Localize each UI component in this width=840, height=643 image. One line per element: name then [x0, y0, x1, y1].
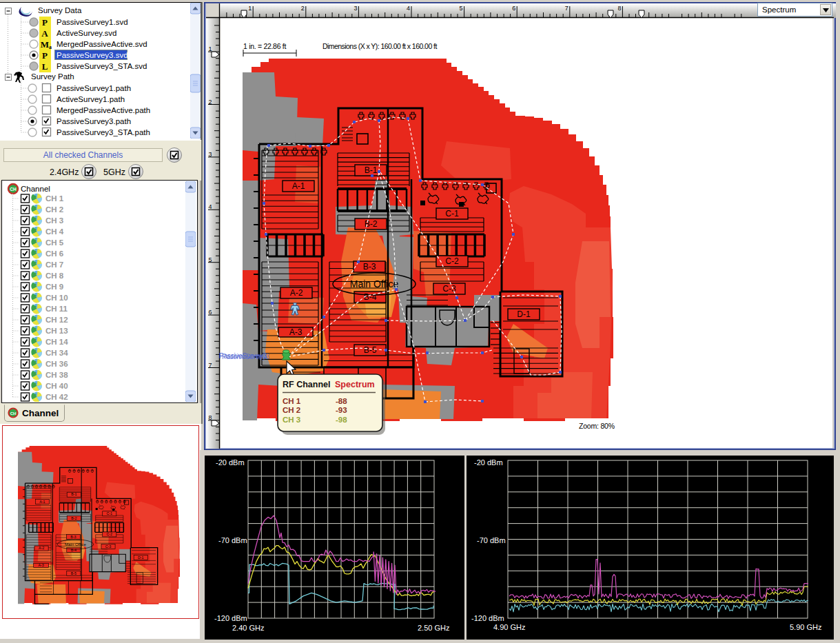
svg-text:PassiveSurvey3: PassiveSurvey3 — [222, 353, 270, 360]
svg-text:PassiveSurvey3.path: PassiveSurvey3.path — [57, 117, 131, 125]
svg-text:CH 36: CH 36 — [45, 360, 68, 368]
svg-text:CH 2: CH 2 — [45, 205, 63, 214]
svg-text:a: a — [49, 44, 52, 50]
svg-text:P: P — [42, 50, 48, 61]
svg-text:Survey Data: Survey Data — [38, 6, 82, 14]
svg-text:ActiveSurvey.svd: ActiveSurvey.svd — [57, 29, 116, 37]
svg-text:MergedPassiveActive.svd: MergedPassiveActive.svd — [57, 40, 147, 48]
svg-text:5GHz: 5GHz — [103, 167, 125, 177]
svg-text:CH 2: CH 2 — [283, 406, 300, 414]
svg-text:7: 7 — [565, 5, 568, 12]
svg-text:RF Channel: RF Channel — [283, 380, 330, 389]
svg-text:CH 11: CH 11 — [45, 305, 68, 313]
svg-text:-120 dBm: -120 dBm — [471, 614, 504, 622]
svg-text:PassiveSurvey3.svd: PassiveSurvey3.svd — [57, 51, 128, 59]
svg-text:5: 5 — [460, 5, 463, 12]
svg-text:Spectrum: Spectrum — [335, 380, 375, 389]
svg-text:4: 4 — [407, 5, 410, 12]
svg-text:L: L — [42, 61, 48, 72]
svg-text:CH 13: CH 13 — [45, 327, 68, 335]
svg-text:8: 8 — [208, 414, 212, 421]
svg-text:Channel: Channel — [21, 185, 50, 193]
svg-text:PassiveSurvey3_STA.svd: PassiveSurvey3_STA.svd — [57, 62, 147, 70]
svg-text:-120 dBm: -120 dBm — [214, 614, 247, 622]
svg-text:-70 dBm: -70 dBm — [477, 536, 506, 544]
svg-text:8: 8 — [617, 5, 621, 12]
svg-text:CH 34: CH 34 — [45, 349, 68, 357]
svg-text:1 in. = 22.86 ft: 1 in. = 22.86 ft — [243, 42, 286, 50]
svg-text:CH 6: CH 6 — [45, 249, 63, 258]
svg-text:4.90 GHz: 4.90 GHz — [493, 623, 525, 631]
svg-text:Dimensions (X x Y): 160.00 ft: Dimensions (X x Y): 160.00 ft x 160.00 f… — [322, 42, 437, 50]
svg-text:6: 6 — [208, 309, 212, 316]
svg-text:CH 1: CH 1 — [45, 194, 64, 203]
svg-text:CH 1: CH 1 — [283, 397, 301, 405]
svg-text:PassiveSurvey3_STA.path: PassiveSurvey3_STA.path — [57, 128, 150, 136]
svg-text:-20 dBm: -20 dBm — [474, 458, 503, 467]
svg-text:CH 5: CH 5 — [45, 238, 64, 247]
svg-text:CH 3: CH 3 — [45, 216, 63, 225]
svg-text:-93: -93 — [336, 406, 347, 414]
svg-text:3: 3 — [354, 5, 357, 12]
svg-text:CH 10: CH 10 — [45, 294, 68, 302]
svg-text:2: 2 — [301, 5, 305, 12]
svg-text:Zoom: 80%: Zoom: 80% — [579, 422, 615, 430]
svg-text:5: 5 — [208, 256, 212, 263]
svg-text:3: 3 — [208, 151, 212, 158]
svg-text:CH 14: CH 14 — [45, 338, 68, 346]
svg-text:A: A — [41, 28, 48, 39]
svg-text:-20 dBm: -20 dBm — [216, 458, 245, 467]
svg-text:4: 4 — [208, 203, 212, 210]
svg-text:Channel: Channel — [22, 408, 59, 418]
svg-text:6: 6 — [512, 5, 515, 12]
svg-text:-70 dBm: -70 dBm — [218, 536, 247, 544]
svg-text:2.50 GHz: 2.50 GHz — [418, 624, 449, 632]
svg-text:CH: CH — [10, 411, 17, 416]
svg-text:5.90 GHz: 5.90 GHz — [790, 623, 821, 631]
svg-text:P: P — [42, 17, 48, 28]
svg-text:Survey Path: Survey Path — [31, 72, 74, 81]
svg-text:ActiveSurvey1.path: ActiveSurvey1.path — [57, 95, 125, 103]
svg-text:M: M — [41, 39, 49, 50]
svg-text:PassiveSurvey1.svd: PassiveSurvey1.svd — [57, 18, 128, 26]
svg-text:2.40 GHz: 2.40 GHz — [232, 624, 264, 632]
svg-text:2.4GHz: 2.4GHz — [50, 167, 79, 177]
svg-text:CH 42: CH 42 — [45, 393, 68, 401]
svg-text:CH 12: CH 12 — [45, 316, 68, 324]
svg-text:PassiveSurvey1.path: PassiveSurvey1.path — [57, 84, 131, 92]
svg-text:CH 7: CH 7 — [45, 261, 63, 269]
svg-text:CH 38: CH 38 — [45, 371, 68, 379]
svg-text:7: 7 — [208, 362, 212, 369]
svg-text:CH 40: CH 40 — [45, 382, 68, 390]
svg-text:CH 4: CH 4 — [45, 227, 64, 236]
svg-text:CH 8: CH 8 — [45, 272, 64, 280]
svg-text:-88: -88 — [336, 397, 347, 405]
svg-text:CH 9: CH 9 — [45, 283, 63, 291]
svg-text:-98: -98 — [336, 416, 347, 424]
svg-text:CH: CH — [10, 187, 17, 192]
svg-text:CH 3: CH 3 — [283, 416, 300, 424]
svg-text:MergedPassiveActive.path: MergedPassiveActive.path — [57, 106, 150, 114]
svg-text:2: 2 — [208, 99, 212, 105]
svg-text:1: 1 — [248, 5, 252, 12]
